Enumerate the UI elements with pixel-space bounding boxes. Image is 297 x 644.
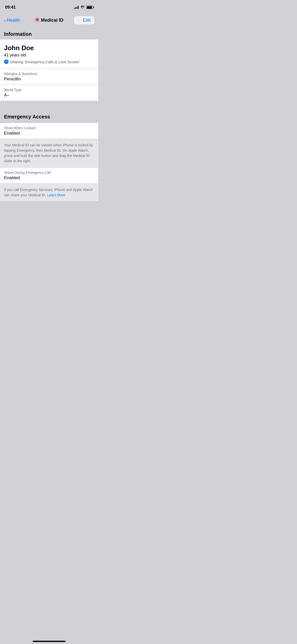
blood-type-label: Blood Type	[4, 88, 94, 92]
share-during-emergency-row: Share During Emergency Call Enabled	[0, 168, 98, 183]
status-icons	[74, 5, 93, 10]
show-when-locked-value: Enabled	[4, 131, 94, 136]
battery-icon	[86, 6, 93, 9]
show-when-locked-description: Your Medical ID can be viewed when iPhon…	[4, 143, 93, 163]
emergency-access-section-header: Emergency Access	[0, 110, 98, 123]
back-label: Health	[7, 18, 20, 23]
allergies-label: Allergies & Reactions	[4, 72, 94, 76]
share-during-emergency-value: Enabled	[4, 175, 94, 180]
status-time: 09:41	[5, 5, 16, 10]
show-when-locked-row: Show When Locked Enabled	[0, 123, 98, 139]
main-content: Information John Doe 41 years old Sharin…	[0, 27, 98, 212]
signal-icon	[74, 6, 79, 9]
sharing-check-icon	[4, 59, 9, 64]
show-when-locked-description-block: Your Medical ID can be viewed when iPhon…	[0, 139, 98, 168]
allergies-value: Penicillin	[4, 77, 94, 82]
nav-bar: ‹ Health ✳ Medical ID Edit	[0, 13, 98, 27]
person-age: 41 years old	[4, 53, 94, 57]
emergency-access-title: Emergency Access	[4, 114, 50, 119]
person-sharing: Sharing: Emergency Calls & Lock Screen	[4, 59, 94, 64]
edit-button[interactable]: Edit	[74, 16, 94, 24]
information-section-header: Information	[0, 27, 98, 40]
status-bar: 09:41	[0, 0, 98, 13]
back-button[interactable]: ‹ Health	[4, 18, 24, 23]
sharing-text: Sharing: Emergency Calls & Lock Screen	[10, 60, 79, 64]
person-name: John Doe	[4, 44, 94, 52]
blood-type-value: A–	[4, 93, 94, 98]
share-during-emergency-description-block: If you call Emergency Services, iPhone a…	[0, 183, 98, 202]
wifi-icon	[80, 5, 85, 10]
blood-type-row: Blood Type A–	[0, 85, 98, 101]
share-during-emergency-label: Share During Emergency Call	[4, 171, 94, 175]
information-header-text: Information	[4, 31, 32, 37]
learn-more-link[interactable]: Learn More	[47, 193, 65, 197]
allergies-row: Allergies & Reactions Penicillin	[0, 69, 98, 85]
section-spacer-1	[0, 101, 98, 110]
nav-title-text: Medical ID	[41, 18, 63, 23]
chevron-left-icon: ‹	[4, 18, 6, 23]
person-info-card: John Doe 41 years old Sharing: Emergency…	[0, 40, 98, 69]
medical-asterisk-icon: ✳	[35, 17, 39, 23]
nav-title: ✳ Medical ID	[24, 17, 74, 23]
show-when-locked-label: Show When Locked	[4, 126, 94, 130]
